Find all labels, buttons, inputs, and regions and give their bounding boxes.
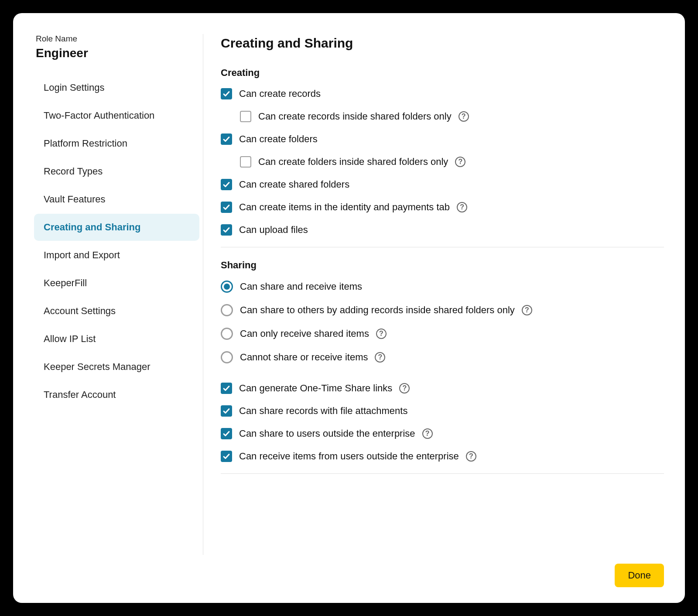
creating-options: Can create recordsCan create records ins… bbox=[221, 88, 664, 236]
permission-row: Can create folders inside shared folders… bbox=[221, 156, 664, 168]
role-name-label: Role Name bbox=[36, 34, 199, 44]
checkbox[interactable] bbox=[221, 451, 232, 462]
sharing-checkbox-options: Can generate One-Time Share links?Can sh… bbox=[221, 383, 664, 462]
sidebar-item[interactable]: Record Types bbox=[34, 158, 199, 185]
help-icon[interactable]: ? bbox=[455, 157, 465, 167]
help-icon[interactable]: ? bbox=[466, 451, 476, 462]
permission-row: Can receive items from users outside the… bbox=[221, 451, 664, 462]
role-policy-dialog: Role Name Engineer Login SettingsTwo-Fac… bbox=[13, 13, 685, 603]
sidebar-item[interactable]: Creating and Sharing bbox=[34, 214, 199, 241]
permission-row: Can create items in the identity and pay… bbox=[221, 202, 664, 213]
permission-label: Can create items in the identity and pay… bbox=[239, 202, 450, 213]
radio[interactable] bbox=[221, 351, 233, 363]
permission-row: Can create records bbox=[221, 88, 664, 99]
sidebar-item[interactable]: Platform Restriction bbox=[34, 130, 199, 157]
checkbox[interactable] bbox=[221, 428, 232, 439]
checkbox[interactable] bbox=[221, 88, 232, 99]
permission-row: Can create shared folders bbox=[221, 179, 664, 190]
section-divider-bottom bbox=[221, 473, 664, 474]
role-name-value: Engineer bbox=[36, 46, 199, 60]
help-icon[interactable]: ? bbox=[457, 202, 467, 212]
permission-label: Can share to others by adding records in… bbox=[240, 305, 515, 316]
page-title: Creating and Sharing bbox=[221, 36, 664, 51]
permission-label: Can share to users outside the enterpris… bbox=[239, 428, 415, 439]
sidebar-item[interactable]: Transfer Account bbox=[34, 381, 199, 408]
section-divider bbox=[221, 247, 664, 247]
permission-label: Can only receive shared items bbox=[240, 328, 369, 339]
help-icon[interactable]: ? bbox=[399, 383, 410, 394]
permission-row: Can create records inside shared folders… bbox=[221, 111, 664, 122]
sidebar-item[interactable]: Import and Export bbox=[34, 242, 199, 269]
sidebar-item[interactable]: Allow IP List bbox=[34, 325, 199, 352]
permission-row: Can share records with file attachments bbox=[221, 405, 664, 417]
sidebar-item[interactable]: KeeperFill bbox=[34, 270, 199, 297]
permission-label: Can create records inside shared folders… bbox=[258, 111, 452, 122]
permission-row: Can share and receive items bbox=[221, 281, 664, 293]
sharing-radio-options: Can share and receive itemsCan share to … bbox=[221, 281, 664, 363]
dialog-body: Role Name Engineer Login SettingsTwo-Fac… bbox=[34, 34, 664, 555]
permission-label: Can share and receive items bbox=[240, 281, 362, 292]
permission-row: Can upload files bbox=[221, 224, 664, 236]
checkbox[interactable] bbox=[221, 224, 232, 236]
help-icon[interactable]: ? bbox=[522, 305, 532, 315]
permission-row: Can share to others by adding records in… bbox=[221, 304, 664, 316]
radio[interactable] bbox=[221, 328, 233, 340]
help-icon[interactable]: ? bbox=[375, 352, 385, 363]
dialog-footer: Done bbox=[34, 555, 664, 587]
sidebar-item[interactable]: Vault Features bbox=[34, 186, 199, 213]
sidebar-nav: Login SettingsTwo-Factor AuthenticationP… bbox=[34, 74, 199, 408]
checkbox[interactable] bbox=[221, 133, 232, 145]
checkbox[interactable] bbox=[221, 383, 232, 394]
radio[interactable] bbox=[221, 281, 233, 293]
checkbox[interactable] bbox=[221, 202, 232, 213]
permission-label: Can create folders bbox=[239, 133, 318, 145]
permission-label: Can share records with file attachments bbox=[239, 405, 407, 417]
sidebar-item[interactable]: Two-Factor Authentication bbox=[34, 102, 199, 129]
sidebar-item[interactable]: Account Settings bbox=[34, 298, 199, 325]
checkbox[interactable] bbox=[221, 405, 232, 417]
permission-label: Can create records bbox=[239, 88, 321, 99]
section-title-creating: Creating bbox=[221, 67, 664, 79]
permission-label: Can create shared folders bbox=[239, 179, 349, 190]
section-title-sharing: Sharing bbox=[221, 260, 664, 271]
main-panel: Creating and Sharing Creating Can create… bbox=[221, 34, 664, 555]
checkbox[interactable] bbox=[240, 156, 251, 168]
permission-label: Can receive items from users outside the… bbox=[239, 451, 459, 462]
sidebar: Role Name Engineer Login SettingsTwo-Fac… bbox=[34, 34, 203, 555]
permission-label: Can create folders inside shared folders… bbox=[258, 156, 448, 168]
permission-row: Can create folders bbox=[221, 133, 664, 145]
checkbox[interactable] bbox=[221, 179, 232, 190]
permission-row: Can only receive shared items? bbox=[221, 328, 664, 340]
sidebar-item[interactable]: Login Settings bbox=[34, 74, 199, 101]
help-icon[interactable]: ? bbox=[458, 111, 469, 122]
help-icon[interactable]: ? bbox=[376, 329, 387, 339]
radio[interactable] bbox=[221, 304, 233, 316]
help-icon[interactable]: ? bbox=[422, 428, 433, 439]
permission-label: Can upload files bbox=[239, 224, 308, 236]
done-button[interactable]: Done bbox=[615, 564, 664, 587]
checkbox[interactable] bbox=[240, 111, 251, 122]
sidebar-item[interactable]: Keeper Secrets Manager bbox=[34, 353, 199, 380]
permission-label: Can generate One-Time Share links bbox=[239, 383, 392, 394]
permission-label: Cannot share or receive items bbox=[240, 352, 368, 363]
permission-row: Can share to users outside the enterpris… bbox=[221, 428, 664, 439]
permission-row: Can generate One-Time Share links? bbox=[221, 383, 664, 394]
permission-row: Cannot share or receive items? bbox=[221, 351, 664, 363]
